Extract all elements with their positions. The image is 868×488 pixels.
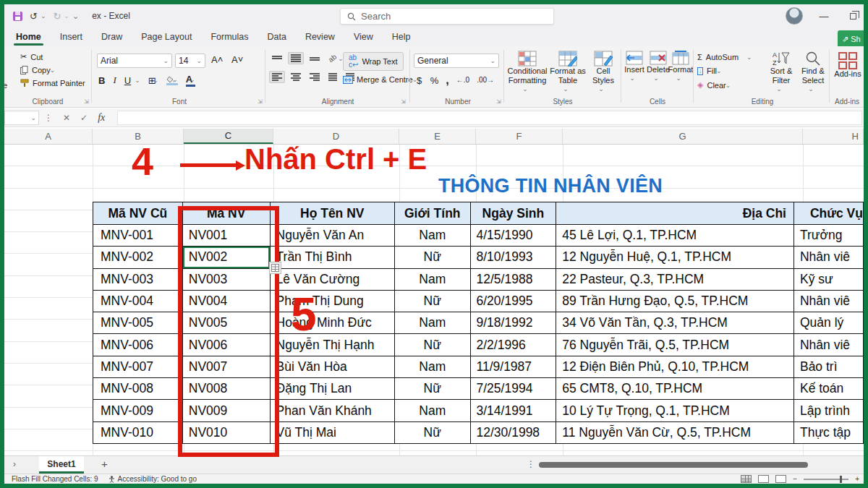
table-cell[interactable]: Đặng Thị Lan [270, 378, 394, 400]
redo-caret-icon[interactable]: ⌄ [64, 12, 69, 20]
table-cell[interactable]: Trần Thị Bình [270, 247, 394, 268]
normal-view-button[interactable] [741, 475, 752, 483]
table-cell[interactable]: 10 Lý Tự Trọng, Q.1, TP.HCM [556, 400, 794, 421]
table-cell[interactable]: 34 Võ Văn Tần, Q.3, TP.HCM [556, 312, 794, 334]
table-cell[interactable]: MNV-004 [93, 290, 183, 312]
sheet-grid[interactable]: THÔNG TIN NHÂN VIÊN Mã NV CũMã NVHọ Tên … [4, 145, 864, 455]
table-cell[interactable]: 11 Nguyễn Văn Cừ, Q.5, TP.HCM [556, 421, 794, 443]
table-cell[interactable]: 12 Nguyễn Huệ, Q.1, TP.HCM [556, 247, 794, 268]
table-header-cell[interactable]: Ngày Sinh [470, 202, 556, 225]
table-cell[interactable]: MNV-003 [93, 268, 183, 290]
orientation-button[interactable]: ab [323, 49, 342, 67]
table-cell[interactable]: Nữ [394, 334, 470, 356]
table-cell[interactable]: MNV-001 [93, 225, 183, 247]
alignment-dialog-launcher[interactable]: ⇲ [401, 98, 406, 105]
insert-function-icon[interactable]: fx [98, 112, 105, 124]
table-cell[interactable]: 12/5/1988 [470, 268, 556, 290]
undo-caret-icon[interactable]: ⌄ [41, 12, 46, 20]
sheet-nav-chevron-icon[interactable]: › [13, 459, 16, 469]
table-cell[interactable]: 22 Pasteur, Q.3, TP.HCM [556, 268, 794, 290]
restore-button[interactable] [842, 4, 864, 27]
table-cell[interactable]: Nhân viê [793, 247, 863, 268]
table-cell[interactable]: 76 Nguyễn Trãi, Q.5, TP.HCM [556, 334, 794, 356]
font-dialog-launcher[interactable]: ⇲ [258, 98, 263, 105]
table-cell[interactable]: 45 Lê Lợi, Q.1, TP.HCM [556, 225, 794, 247]
table-cell[interactable]: MNV-007 [93, 356, 183, 377]
tab-data[interactable]: Data [267, 32, 286, 42]
zoom-out-button[interactable]: − [793, 475, 797, 483]
number-format-select[interactable]: General⌄ [414, 53, 499, 68]
tab-review[interactable]: Review [305, 32, 335, 42]
table-cell[interactable]: 12 Điện Biên Phủ, Q.10, TP.HCM [556, 356, 794, 377]
table-cell[interactable]: Nhân viê [793, 290, 863, 312]
zoom-in-button[interactable]: + [855, 475, 859, 483]
fill-button[interactable]: ↓Fill⌄ [697, 67, 752, 75]
autosum-button[interactable]: ΣAutoSum⌄ [697, 53, 752, 61]
new-sheet-button[interactable]: + [101, 458, 108, 470]
underline-button[interactable]: U [124, 75, 131, 86]
cell-styles-button[interactable]: Cell Styles⌄ [587, 51, 619, 93]
column-header-D[interactable]: D [273, 129, 399, 144]
table-cell[interactable]: Trưởng [793, 225, 863, 247]
column-header-G[interactable]: G [563, 129, 803, 144]
tab-bar-dots-icon[interactable]: ⋮ [527, 459, 535, 469]
table-cell[interactable]: 3/14/1991 [470, 400, 556, 421]
format-painter-button[interactable]: Format Painter [20, 79, 85, 87]
user-avatar[interactable] [786, 7, 803, 25]
accessibility-status[interactable]: Accessibility: Good to go [109, 475, 197, 483]
table-cell[interactable]: MNV-005 [93, 312, 183, 334]
horizontal-scrollbar-thumb[interactable] [539, 462, 808, 468]
tab-help[interactable]: Help [392, 32, 411, 42]
table-cell[interactable]: Bùi Văn Hòa [270, 356, 394, 377]
delete-cells-button[interactable]: Delete⌄ [646, 51, 671, 82]
column-header-F[interactable]: F [476, 129, 563, 144]
table-cell[interactable]: 11/9/1987 [470, 356, 556, 377]
table-cell[interactable]: 89 Trần Hưng Đạo, Q.5, TP.HCM [556, 290, 794, 312]
format-cells-button[interactable]: Format⌄ [668, 51, 693, 82]
table-cell[interactable]: Nữ [394, 378, 470, 400]
name-box[interactable]: ⌄ [4, 111, 39, 125]
table-cell[interactable]: Quản lý [793, 312, 863, 334]
table-cell[interactable]: Nữ [394, 290, 470, 312]
table-cell[interactable]: 8/10/1993 [470, 247, 556, 268]
increase-decimal-button[interactable]: ←.0 [456, 77, 469, 84]
zoom-slider[interactable] [804, 479, 848, 480]
column-header-A[interactable]: A [4, 129, 93, 144]
table-cell[interactable]: 2/2/1996 [470, 334, 556, 356]
table-cell[interactable]: 4/15/1990 [470, 225, 556, 247]
page-layout-view-button[interactable] [758, 475, 769, 483]
decrease-indent-button[interactable] [326, 71, 340, 83]
addins-button[interactable]: Add-ins [832, 52, 864, 79]
table-cell[interactable]: 12/30/1998 [470, 421, 556, 443]
currency-button[interactable]: $⌄ [417, 75, 423, 86]
align-right-button[interactable] [307, 71, 323, 83]
table-cell[interactable]: 6/20/1995 [470, 290, 556, 312]
search-input[interactable]: Search [340, 8, 554, 25]
table-cell[interactable]: 7/25/1994 [470, 378, 556, 400]
undo-button[interactable]: ↺ [30, 11, 38, 22]
align-center-button[interactable] [288, 71, 304, 83]
table-cell[interactable]: MNV-010 [93, 421, 183, 443]
column-header-E[interactable]: E [399, 129, 476, 144]
clipboard-dialog-launcher[interactable]: ⇲ [84, 98, 89, 105]
table-cell[interactable]: Nam [394, 268, 470, 290]
table-cell[interactable]: Phạm Thị Dung [270, 290, 394, 312]
bold-button[interactable]: B [98, 75, 105, 86]
paste-button[interactable]: Paste [4, 52, 12, 95]
font-size-select[interactable]: 14⌄ [175, 53, 205, 68]
table-header-cell[interactable]: Địa Chỉ [556, 202, 794, 225]
table-cell[interactable]: Kế toán [793, 378, 863, 400]
table-header-cell[interactable]: Họ Tên NV [270, 202, 394, 225]
table-cell[interactable]: Lập trình [793, 400, 863, 421]
table-cell[interactable]: Nữ [394, 247, 470, 268]
align-middle-button[interactable] [288, 52, 304, 64]
font-color-button[interactable]: A⌄ [186, 74, 195, 87]
fill-color-button[interactable]: ⌄ [166, 76, 178, 85]
cut-button[interactable]: ✂Cut [20, 52, 85, 61]
zoom-slider-thumb[interactable] [840, 476, 842, 483]
share-button[interactable]: ⇗Sh [838, 30, 864, 48]
table-header-cell[interactable]: Mã NV Cũ [93, 202, 183, 225]
table-cell[interactable]: Nhân viê [793, 334, 863, 356]
insert-cells-button[interactable]: Insert⌄ [622, 51, 647, 82]
cancel-icon[interactable]: ✕ [63, 113, 70, 123]
